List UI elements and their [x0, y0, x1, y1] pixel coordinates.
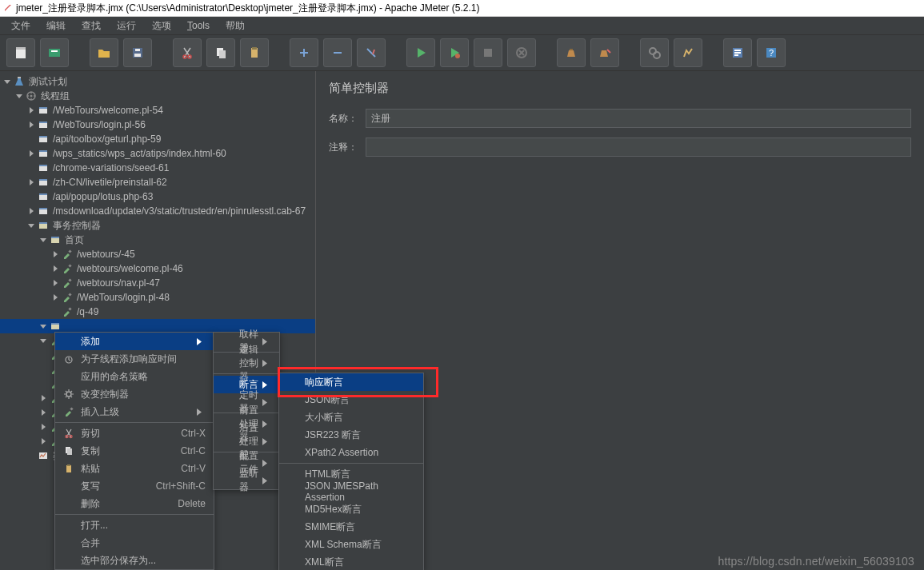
menu-item[interactable]: 响应断言 — [279, 373, 423, 391]
menu-item[interactable]: 选中部分保存为... — [55, 552, 214, 569]
search-button[interactable] — [640, 38, 669, 67]
tree-node[interactable]: 事务控制器 — [0, 218, 315, 233]
twisty-icon[interactable] — [39, 437, 47, 445]
tree-node[interactable]: /WebTours/login.pl-56 — [0, 118, 315, 132]
tree-node-label: /WebTours/login.pl-48 — [77, 290, 170, 305]
tree-node[interactable]: /api/popup/lotus.php-63 — [0, 189, 315, 204]
menu-item[interactable]: 插入上级 — [55, 403, 214, 421]
menu-item[interactable]: 复写Ctrl+Shift-C — [55, 477, 214, 495]
paste-button[interactable] — [240, 38, 269, 67]
expand-button[interactable] — [290, 38, 318, 67]
blank-icon — [286, 376, 300, 389]
menu-item[interactable]: XML Schema断言 — [279, 536, 423, 553]
twisty-icon[interactable] — [39, 322, 47, 330]
menu-item[interactable]: 逻辑控制器 — [214, 354, 279, 372]
twisty-icon[interactable] — [51, 265, 59, 273]
twisty-icon[interactable] — [27, 207, 35, 215]
svg-rect-65 — [70, 407, 73, 410]
menu-item[interactable]: JSON断言 — [279, 391, 423, 409]
help-button[interactable]: ? — [757, 38, 786, 67]
menu-item[interactable]: 改变控制器 — [55, 385, 214, 403]
twisty-icon[interactable] — [27, 221, 35, 229]
menu-item[interactable]: SMIME断言 — [279, 518, 423, 536]
copy-button[interactable] — [206, 38, 235, 67]
tree-node[interactable]: /webtours/welcome.pl-46 — [0, 261, 315, 276]
shutdown-button[interactable] — [507, 38, 536, 67]
tree-node[interactable]: /WebTours/welcome.pl-54 — [0, 103, 315, 118]
open-button[interactable] — [90, 38, 118, 67]
save-button[interactable] — [123, 38, 152, 67]
tree-node[interactable]: /msdownload/update/v3/static/trustedr/en… — [0, 204, 315, 218]
tree-node[interactable]: /q-49 — [0, 305, 315, 319]
twisty-icon[interactable] — [3, 78, 11, 86]
twisty-icon[interactable] — [51, 250, 59, 258]
templates-button[interactable] — [40, 38, 69, 67]
start-no-timers-button[interactable] — [440, 38, 469, 67]
menu-item[interactable]: 帮助 — [219, 18, 251, 34]
cut-button[interactable] — [173, 38, 202, 67]
twisty-icon[interactable] — [27, 121, 35, 129]
comment-input[interactable] — [366, 138, 911, 157]
menu-item[interactable]: JSON JMESPath Assertion — [279, 483, 423, 500]
menu-item[interactable]: 删除Delete — [55, 495, 214, 512]
blank-icon — [220, 435, 234, 448]
twisty-icon[interactable] — [51, 293, 59, 301]
stop-button[interactable] — [474, 38, 502, 67]
tree-node[interactable]: /webtours/-45 — [0, 247, 315, 261]
function-helper-button[interactable] — [723, 38, 752, 67]
menu-item[interactable]: 大小断言 — [279, 409, 423, 426]
menu-item[interactable]: Tools — [181, 18, 216, 33]
tree-node[interactable]: 首页 — [0, 233, 315, 247]
menu-item[interactable]: 应用的命名策略 — [55, 368, 214, 385]
twisty-icon[interactable] — [39, 236, 47, 244]
menu-item[interactable]: 粘贴Ctrl-V — [55, 460, 214, 477]
blank-icon — [62, 335, 76, 348]
twisty-icon[interactable] — [39, 337, 47, 345]
twisty-icon[interactable] — [15, 92, 23, 100]
tree-node[interactable]: /WebTours/login.pl-48 — [0, 290, 315, 305]
twisty-icon[interactable] — [39, 409, 47, 417]
menu-item[interactable]: 添加 — [55, 333, 214, 350]
menu-item[interactable]: JSR223 断言 — [279, 426, 423, 444]
tree-node[interactable]: /zh-CN/livetile/preinstall-62 — [0, 175, 315, 189]
menu-item[interactable]: 查找 — [75, 18, 107, 34]
menu-item[interactable]: 选项 — [146, 18, 178, 34]
new-button[interactable] — [6, 38, 35, 67]
twisty-icon[interactable] — [27, 149, 35, 157]
collapse-button[interactable] — [323, 38, 352, 67]
blank-icon — [220, 396, 234, 409]
menu-item[interactable]: XPath2 Assertion — [279, 444, 423, 461]
clear-all-button[interactable] — [590, 38, 619, 67]
tree-node[interactable]: /api/toolbox/geturl.php-59 — [0, 132, 315, 146]
svg-rect-6 — [135, 49, 140, 51]
twisty-icon[interactable] — [27, 106, 35, 114]
menu-item[interactable]: 运行 — [110, 18, 142, 34]
tree-node[interactable]: /webtours/nav.pl-47 — [0, 276, 315, 290]
menu-item[interactable]: 打开... — [55, 516, 214, 534]
clear-button[interactable] — [557, 38, 586, 67]
menu-item[interactable]: 为子线程添加响应时间 — [55, 350, 214, 368]
twisty-icon[interactable] — [39, 394, 47, 402]
tree-node[interactable]: /wps_statics/wps_act/atips/index.html-60 — [0, 146, 315, 161]
menu-item[interactable]: 后置处理器 — [214, 432, 279, 450]
twisty-icon[interactable] — [51, 279, 59, 287]
menu-item[interactable]: XML断言 — [279, 553, 423, 570]
menu-item[interactable]: 剪切Ctrl-X — [55, 425, 214, 442]
toggle-button[interactable] — [357, 38, 386, 67]
tree-node[interactable]: 线程组 — [0, 89, 315, 103]
menu-item[interactable]: 监听器 — [214, 472, 279, 489]
menu-item[interactable]: 编辑 — [40, 18, 72, 34]
blank-icon — [286, 468, 300, 480]
twisty-icon[interactable] — [27, 178, 35, 186]
menu-shortcut: Delete — [178, 498, 206, 509]
tree-node[interactable]: 测试计划 — [0, 74, 315, 89]
twisty-icon[interactable] — [39, 423, 47, 431]
menu-item[interactable]: MD5Hex断言 — [279, 500, 423, 518]
tree-node[interactable]: /chrome-variations/seed-61 — [0, 161, 315, 175]
menu-item[interactable]: 合并 — [55, 534, 214, 552]
menu-item[interactable]: 文件 — [5, 18, 37, 34]
name-input[interactable]: 注册 — [366, 109, 911, 128]
menu-item[interactable]: 复制Ctrl-C — [55, 442, 214, 460]
start-button[interactable] — [406, 38, 435, 67]
reset-search-button[interactable] — [674, 38, 702, 67]
